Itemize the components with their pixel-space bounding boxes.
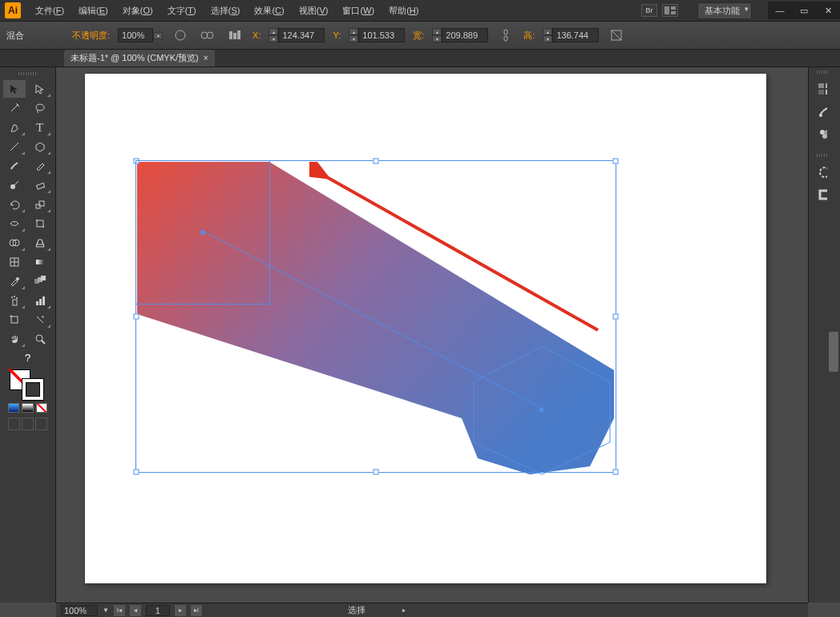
globe-icon [174,29,187,42]
w-label: 宽: [413,30,424,42]
y-spinner[interactable]: ▴▾ [349,28,358,42]
tool-hints-button[interactable]: ? [3,349,52,366]
gradient-mode-button[interactable] [22,403,33,413]
pen-tool[interactable] [3,119,26,136]
last-artboard-button[interactable]: ▸I [191,605,202,616]
minimize-button[interactable]: — [768,2,792,19]
canvas[interactable] [56,67,808,603]
w-spinner[interactable]: ▴▾ [432,28,442,42]
x-field[interactable] [278,28,325,42]
none-mode-button[interactable] [36,403,47,413]
align-button[interactable] [225,26,244,44]
shape-tool[interactable] [29,138,51,155]
direct-selection-tool[interactable] [29,80,51,98]
eyedropper-tool[interactable] [3,272,26,290]
rotate-tool[interactable] [3,196,26,213]
scrollbar-thumb[interactable] [829,332,838,372]
toolbox-grip[interactable] [2,71,54,77]
zoom-field[interactable]: 100% [61,605,98,616]
svg-marker-18 [36,143,44,151]
paintbrush-tool[interactable] [3,157,26,175]
scale-tool[interactable] [29,196,51,213]
handle-e[interactable] [613,314,619,320]
x-spinner[interactable]: ▴▾ [269,28,278,42]
close-button[interactable]: ✕ [816,2,840,19]
blend-spine [201,230,554,418]
graph-icon [34,295,46,306]
width-tool[interactable] [3,215,26,232]
slice-tool[interactable] [29,311,51,329]
svg-rect-35 [41,276,46,280]
spray-icon [9,295,20,306]
stroke-swatch[interactable] [22,379,43,400]
vertical-scrollbar[interactable] [827,67,840,603]
maximize-button[interactable]: ▭ [792,2,816,19]
blob-brush-tool[interactable] [3,176,26,194]
menu-object[interactable]: 对象(O) [116,2,160,19]
hand-tool[interactable] [3,330,26,348]
opacity-dropdown[interactable]: ▾ [153,32,163,39]
handle-n[interactable] [374,159,379,164]
transform-panel-button[interactable] [607,26,626,44]
menu-help[interactable]: 帮助(H) [382,2,425,19]
fill-stroke-selector[interactable] [3,368,52,400]
gradient-tool[interactable] [29,253,51,271]
y-field[interactable] [358,28,405,42]
h-spinner[interactable]: ▴▾ [543,28,552,42]
menu-type[interactable]: 文字(T) [161,2,203,19]
zoom-tool[interactable] [29,330,51,348]
menu-window[interactable]: 窗口(W) [336,2,381,19]
opacity-field[interactable] [118,28,153,42]
rotate-icon [9,199,20,210]
workspace-switcher[interactable]: 基本功能 [697,2,752,19]
link-wh-button[interactable] [496,26,515,44]
handle-w[interactable] [134,314,139,320]
symbol-sprayer-tool[interactable] [3,292,26,309]
magic-wand-tool[interactable] [3,99,26,117]
pencil-tool[interactable] [29,157,51,175]
type-tool[interactable]: T [29,119,51,136]
draw-normal-button[interactable] [8,417,20,430]
menu-select[interactable]: 选择(S) [204,2,247,19]
mesh-tool[interactable] [3,253,26,271]
menu-view[interactable]: 视图(V) [293,2,335,19]
menu-edit[interactable]: 编辑(E) [72,2,115,19]
line-tool[interactable] [3,138,26,155]
color-mode-button[interactable] [8,403,19,413]
next-artboard-button[interactable]: ▸ [175,605,186,616]
draw-inside-button[interactable] [35,417,47,430]
arrange-docs-button[interactable] [662,4,678,17]
hand-icon [9,333,20,345]
perspective-tool[interactable] [29,234,51,252]
style-button[interactable] [171,26,190,44]
blend-tool[interactable] [29,272,51,290]
document-tab[interactable]: 未标题-1* @ 100% (CMYK/预览) × [64,50,215,67]
artboard-number-field[interactable]: 1 [146,605,170,616]
svg-line-17 [10,143,18,151]
shape-builder-tool[interactable] [3,234,26,252]
graph-tool[interactable] [29,292,51,309]
eraser-tool[interactable] [29,176,51,194]
bridge-button[interactable]: Br [641,4,657,17]
draw-behind-button[interactable] [22,417,34,430]
handle-s[interactable] [374,470,379,475]
svg-point-56 [819,114,822,117]
menu-file[interactable]: 文件(F) [29,2,71,19]
toolbox: T ? [0,67,56,603]
lasso-tool[interactable] [29,99,51,117]
width-icon [9,218,20,229]
handle-sw[interactable] [134,470,139,475]
selection-tool[interactable] [3,80,26,98]
prev-artboard-button[interactable]: ◂ [130,605,141,616]
artboard-tool[interactable] [3,311,26,329]
handle-ne[interactable] [613,159,619,164]
w-field[interactable] [442,28,488,42]
lasso-icon [34,103,46,114]
recolor-button[interactable] [198,26,217,44]
free-transform-tool[interactable] [29,215,51,232]
transform-icon [610,29,623,42]
h-field[interactable] [552,28,599,42]
first-artboard-button[interactable]: I◂ [114,605,125,616]
menu-effect[interactable]: 效果(C) [248,2,290,19]
tab-close-button[interactable]: × [204,54,208,63]
